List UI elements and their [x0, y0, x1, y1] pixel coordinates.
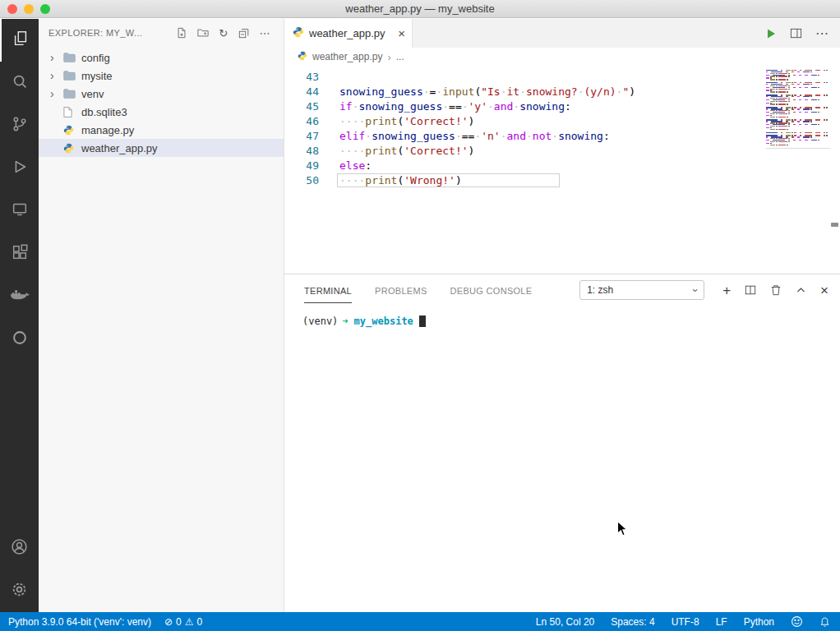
line-number: 45 — [284, 99, 319, 114]
minimap[interactable] — [766, 68, 830, 149]
line-number: 48 — [284, 144, 319, 159]
terminal-cwd: my_website — [354, 316, 413, 327]
code-editor[interactable]: 4344snowing_guess·=·input("Is·it·snowing… — [284, 66, 840, 274]
line-number: 44 — [284, 85, 319, 99]
tree-item-config[interactable]: ›config — [39, 48, 284, 67]
language-mode-status[interactable]: Python — [744, 616, 774, 628]
errors-icon: ⊘ — [164, 616, 173, 628]
close-panel-button[interactable]: × — [820, 283, 828, 297]
activity-extensions[interactable] — [0, 233, 39, 275]
tree-item-venv[interactable]: ›venv — [39, 85, 284, 103]
activity-run-debug[interactable] — [0, 147, 39, 190]
editor-group: weather_app.py × ⋯ weather_app.py › ... … — [284, 19, 840, 612]
chevron-right-icon: › — [50, 69, 63, 82]
kill-terminal-button[interactable] — [770, 284, 782, 296]
terminal-cursor — [419, 316, 426, 327]
explorer-sidebar: EXPLORER: MY_W... ↻ ⋯ ›config›mysite›ven… — [39, 19, 284, 612]
activity-bar — [0, 19, 39, 612]
activity-circle-extension[interactable] — [0, 318, 39, 361]
feedback-smiley-icon[interactable] — [791, 615, 803, 628]
titlebar: weather_app.py — my_website — [0, 0, 840, 18]
tab-bar: weather_app.py × ⋯ — [284, 19, 840, 48]
window-title: weather_app.py — my_website — [0, 2, 840, 15]
run-debug-icon — [11, 158, 29, 179]
close-window-button[interactable] — [7, 4, 17, 14]
more-actions-icon[interactable]: ⋯ — [260, 28, 270, 39]
eol-status[interactable]: LF — [716, 616, 727, 628]
indentation-status[interactable]: Spaces: 4 — [611, 616, 654, 628]
python-interpreter-status[interactable]: Python 3.9.0 64-bit ('venv': venv) — [8, 616, 151, 628]
minimize-window-button[interactable] — [24, 4, 34, 14]
run-button[interactable] — [765, 28, 777, 39]
collapse-all-icon[interactable] — [238, 27, 250, 39]
new-folder-icon[interactable] — [197, 27, 209, 39]
activity-account[interactable] — [0, 527, 39, 569]
window-controls — [7, 4, 50, 14]
code-line-47[interactable]: 47elif·snowing_guess·==·'n'·and·not·snow… — [284, 129, 635, 144]
tree-item-db.sqlite3[interactable]: db.sqlite3 — [39, 103, 284, 121]
notifications-bell-icon[interactable] — [819, 616, 830, 628]
tab-debug-console[interactable]: DEBUG CONSOLE — [450, 278, 533, 302]
files-icon — [12, 30, 30, 51]
python-icon — [63, 143, 80, 154]
python-icon — [293, 26, 304, 41]
code-line-45[interactable]: 45if·snowing_guess·==·'y'·and·snowing: — [284, 99, 635, 114]
python-icon — [298, 51, 307, 63]
activity-search[interactable] — [0, 62, 39, 104]
new-file-icon[interactable] — [176, 27, 187, 39]
encoding-status[interactable]: UTF-8 — [672, 616, 699, 628]
file-label: weather_app.py — [81, 142, 158, 154]
line-content: ····print('Correct!') — [339, 114, 474, 129]
maximize-panel-button[interactable] — [796, 285, 806, 296]
line-number: 50 — [284, 173, 319, 188]
tab-terminal[interactable]: TERMINAL — [304, 278, 352, 303]
code-line-46[interactable]: 46····print('Correct!') — [284, 114, 635, 129]
line-content: ····print('Wrong!') — [339, 173, 462, 188]
breadcrumb[interactable]: weather_app.py › ... — [284, 48, 840, 66]
shell-select-value: 1: zsh — [587, 284, 613, 296]
chevron-down-icon: › — [689, 288, 701, 292]
folder-icon — [63, 89, 80, 99]
line-content: if·snowing_guess·==·'y'·and·snowing: — [339, 99, 571, 114]
file-label: venv — [81, 88, 104, 100]
file-label: db.sqlite3 — [81, 106, 127, 118]
activity-settings[interactable] — [0, 569, 39, 612]
chevron-right-icon: › — [50, 87, 63, 100]
terminal-shell-select[interactable]: 1: zsh › — [579, 280, 704, 300]
tree-item-manage.py[interactable]: manage.py — [39, 121, 284, 139]
split-terminal-button[interactable] — [745, 284, 756, 296]
overview-ruler-marker — [831, 223, 838, 227]
code-line-44[interactable]: 44snowing_guess·=·input("Is·it·snowing?·… — [284, 85, 635, 99]
docker-whale-icon — [10, 288, 30, 306]
chevron-right-icon: › — [387, 51, 390, 63]
split-editor-button[interactable] — [790, 27, 802, 39]
code-line-43[interactable]: 43 — [284, 70, 635, 85]
cursor-position-status[interactable]: Ln 50, Col 20 — [536, 616, 594, 628]
close-tab-icon[interactable]: × — [398, 26, 405, 40]
activity-source-control[interactable] — [0, 104, 39, 147]
breadcrumb-more[interactable]: ... — [396, 51, 404, 62]
tab-problems[interactable]: PROBLEMS — [375, 278, 427, 302]
refresh-icon[interactable]: ↻ — [219, 28, 228, 39]
new-terminal-button[interactable]: + — [722, 283, 731, 297]
tree-item-weather_app.py[interactable]: weather_app.py — [39, 139, 284, 157]
more-actions-button[interactable]: ⋯ — [815, 25, 828, 41]
activity-remote-explorer[interactable] — [0, 190, 39, 233]
terminal[interactable]: (venv)➜my_website — [284, 306, 840, 327]
code-line-48[interactable]: 48····print('Correct!') — [284, 144, 635, 159]
activity-docker[interactable] — [0, 275, 39, 318]
line-content: elif·snowing_guess·==·'n'·and·not·snowin… — [339, 129, 610, 144]
activity-explorer[interactable] — [0, 19, 39, 62]
chevron-right-icon: › — [50, 51, 63, 64]
extensions-icon — [11, 243, 29, 265]
problems-status[interactable]: ⊘ 0 ⚠ 0 — [164, 616, 202, 628]
source-control-icon — [11, 115, 29, 136]
tab-weather-app[interactable]: weather_app.py × — [284, 19, 413, 48]
file-label: config — [81, 52, 110, 64]
maximize-window-button[interactable] — [40, 4, 50, 14]
code-line-50[interactable]: 50····print('Wrong!') — [284, 173, 635, 188]
code-line-49[interactable]: 49else: — [284, 159, 635, 173]
tree-item-mysite[interactable]: ›mysite — [39, 67, 284, 85]
breadcrumb-file[interactable]: weather_app.py — [312, 51, 382, 62]
code-lines[interactable]: 4344snowing_guess·=·input("Is·it·snowing… — [284, 70, 635, 188]
